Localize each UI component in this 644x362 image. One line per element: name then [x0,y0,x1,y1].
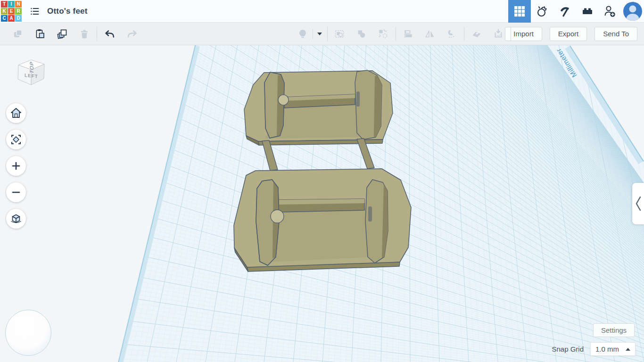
view-cube[interactable]: TOP LEFT [12,55,50,91]
zoom-in-button[interactable] [6,156,26,176]
logo-letter: C [1,15,8,22]
workplane-button[interactable] [466,24,487,44]
blocks-button[interactable] [553,0,576,23]
zoom-out-icon [9,186,23,199]
model-foot-front[interactable] [234,169,411,272]
undo-icon [104,28,116,40]
dropdown-arrow-up-icon [626,348,630,351]
logo-letter: N [15,1,22,8]
user-avatar-button[interactable] [621,0,644,23]
toolbar-separator [313,29,313,39]
group-icon [334,28,346,40]
snap-grid-label: Snap Grid [519,345,584,353]
toolbar-separator [97,27,97,41]
pickaxe-icon [559,5,571,17]
sim-lab-icon [536,5,548,17]
top-bar: T I N K E R C A D Otto's feet [0,0,644,23]
zoom-out-button[interactable] [6,182,26,202]
home-view-button[interactable] [6,103,26,123]
model-foot-rear[interactable] [244,70,393,145]
ungroup-icon [356,28,367,40]
navigation-orb[interactable] [5,310,51,356]
group-button[interactable] [329,24,351,44]
toolbar-separator [327,27,328,41]
logo-letter: E [8,8,15,15]
dashboard-grid-icon [513,5,526,17]
trash-icon [79,28,90,40]
paste-button[interactable] [29,24,51,44]
foot-front-bump [271,210,284,223]
align-button[interactable] [397,24,419,44]
tinkercad-logo[interactable]: T I N K E R C A D [0,0,23,23]
duplicate-icon [57,28,68,40]
snap-grid-row: Snap Grid 1.0 mm [519,342,636,356]
copy-button[interactable] [7,24,29,44]
explode-button[interactable] [372,24,394,44]
logo-letter: K [1,8,8,15]
foot-rear-bump [278,95,289,105]
show-all-dropdown-button[interactable] [314,24,326,44]
fit-view-icon [9,133,23,146]
send-to-button[interactable]: Send To [594,27,637,41]
edit-toolbar: Import Export Send To [0,23,644,45]
perspective-toggle-button[interactable] [6,209,26,229]
foot-front-socket [368,206,372,222]
paste-icon [34,28,46,40]
add-collaborator-button[interactable] [599,0,621,23]
perspective-cube-icon [9,212,23,225]
workplane-icon [471,28,482,40]
align-icon [403,28,414,40]
toolbar-separator [464,27,464,41]
redo-icon [126,28,138,40]
delete-button[interactable] [73,24,95,44]
sim-lab-button[interactable] [531,0,553,23]
list-menu-icon [29,6,41,17]
workplane-scene: Millimeter [0,45,644,362]
duplicate-button[interactable] [51,24,73,44]
drop-to-workplane-button[interactable] [487,24,509,44]
logo-letter: I [8,1,15,8]
topbar-right-icons [508,0,644,23]
mirror-icon [424,28,436,40]
copy-icon [12,28,24,40]
settings-button[interactable]: Settings [593,323,635,337]
undo-button[interactable] [99,24,121,44]
logo-letter: D [15,15,22,22]
snap-grid-dropdown[interactable]: 1.0 mm [590,342,636,356]
show-all-icon [297,28,308,40]
brick-icon [581,5,594,17]
toolbar-separator [511,27,511,41]
mirror-button[interactable] [419,24,441,44]
dropdown-caret-icon [317,33,322,35]
redo-button[interactable] [121,24,143,44]
drop-to-workplane-icon [493,28,504,40]
viewport[interactable]: Millimeter [0,45,644,362]
logo-letter: R [15,8,22,15]
foot-rear-socket [356,91,360,107]
view-cube-top-label: TOP [29,60,34,74]
logo-letter: A [8,15,15,22]
snap-magnet-icon [446,28,457,40]
dashboard-button[interactable] [508,0,531,23]
toolbar-separator [396,27,396,41]
fit-view-button[interactable] [6,130,26,149]
ungroup-button[interactable] [351,24,372,44]
toolbar-right-buttons: Import Export Send To [497,27,637,41]
explode-icon [378,28,389,40]
design-title[interactable]: Otto's feet [47,7,88,16]
export-button[interactable]: Export [550,27,587,41]
home-icon [9,107,23,120]
snap-button[interactable] [441,24,462,44]
toolbar-middle-group [293,23,512,45]
add-collaborator-icon [603,5,617,18]
snap-grid-value: 1.0 mm [595,345,626,353]
bricks-button[interactable] [576,0,599,23]
design-menu-button[interactable] [29,6,41,17]
logo-letter: T [1,1,8,8]
show-all-button[interactable] [293,24,312,44]
expand-panel-handle[interactable] [632,183,644,224]
user-avatar [623,1,643,21]
expand-panel-chevron-icon [635,195,642,212]
zoom-in-icon [9,159,23,173]
